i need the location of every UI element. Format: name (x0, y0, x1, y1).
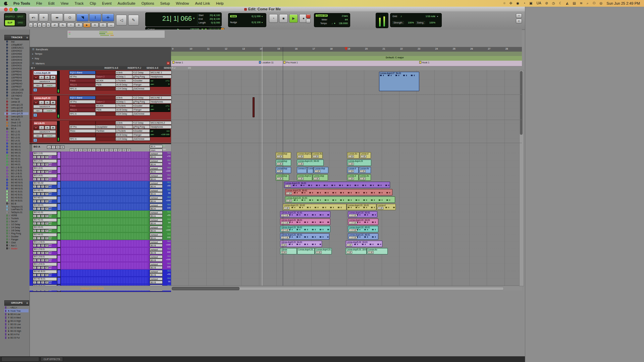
clip-gain-badge[interactable]: 0 dB (360, 177, 366, 180)
clip-leesa-du[interactable]: Leesa.du0 dB (347, 152, 359, 159)
menu-item-event[interactable]: Event (99, 0, 114, 7)
insert-slot-a[interactable] (69, 121, 96, 125)
sidebar-track-bg-h2-01[interactable]: ⊦BG H2.01 (4, 157, 29, 160)
track-name[interactable]: BG H4.01 (33, 233, 57, 237)
solo-button[interactable]: S (41, 192, 45, 195)
mute-button[interactable]: M (50, 126, 56, 130)
sidebar-track-bg-h3-b-01[interactable]: ⊦BG H3 B.01 (4, 196, 29, 199)
track-name[interactable]: BG M2 B.01 (33, 277, 57, 281)
insert-slot-b[interactable]: AT Pro (69, 100, 96, 104)
insert-slot-f[interactable] (95, 71, 116, 74)
automation-mode-selector[interactable]: read ▾ (43, 134, 56, 138)
key-ruler[interactable]: Default: C major (171, 56, 522, 61)
clip-leesa-dup[interactable]: Leesa.dup0 dB (276, 174, 289, 181)
clip-gain-badge[interactable]: 0 dB (368, 251, 374, 254)
tracks-panel-header[interactable]: TRACKS ◉ (4, 35, 29, 40)
menu-item-pro-tools[interactable]: Pro Tools (10, 0, 33, 7)
track-name[interactable]: BG L3 B.01 (33, 255, 57, 259)
clip-leesa-dup4-23-30-01[interactable]: Leesa.dup4.23_30-010 dB (285, 189, 392, 195)
wifi-icon[interactable]: ≋ (580, 1, 583, 5)
io-input-selector[interactable]: noinput (150, 255, 163, 258)
tempo-value[interactable]: 136.0000 (336, 22, 348, 24)
sidebar-track-130hokh3[interactable]: ⊦130HOKH3 (4, 58, 29, 61)
clip-gain-badge[interactable]: 0 dB (315, 170, 320, 173)
record-enable-button[interactable]: o (33, 156, 37, 159)
clip-leesa-du[interactable]: Leesa.du0 dB (359, 167, 371, 173)
track-name[interactable]: BG L2.01 (33, 159, 57, 163)
solo-button[interactable]: S (41, 215, 45, 218)
clip-gain-badge[interactable]: +1.5 dB (281, 222, 289, 224)
clip-gain-badge[interactable]: 0 dB (348, 163, 354, 165)
pencil-tool-button[interactable]: ✎ (128, 15, 139, 25)
memory-location-4[interactable]: 4 (42, 23, 46, 27)
solo-button[interactable]: S (45, 126, 50, 130)
toolbar-small-button-2[interactable]: ≡ (67, 23, 74, 27)
horizontal-zoom-out-icon[interactable]: ◂∿ (29, 13, 38, 21)
solo-button[interactable]: S (41, 244, 45, 247)
pan-value[interactable]: 70 (162, 163, 170, 165)
mute-button[interactable]: M (50, 75, 56, 79)
clip-gain-badge[interactable]: 0 dB (285, 185, 291, 187)
io-output-selector[interactable]: BG B (150, 244, 163, 247)
clock-icon[interactable]: ◷ (552, 1, 555, 5)
sidebar-track-bg-l2-b-01[interactable]: ⊦BG L2 B.01 (4, 169, 29, 172)
clip-leesa-dup4-23-38-01[interactable]: Leesa.dup4.23_38-01+1.5 dB (280, 219, 330, 225)
send-slot-g[interactable]: gPing Pong (132, 75, 150, 78)
sidebar-track-bg-l2-01[interactable]: ⊦BG L2.01 (4, 133, 29, 136)
send-slot-d[interactable]: d1/8 Delay (115, 83, 133, 86)
track-name[interactable]: BG H1.01 (33, 211, 57, 215)
track-name[interactable]: Leesa.dup4.28 (33, 71, 57, 75)
record-enable-button[interactable] (306, 14, 311, 18)
send-slot-b[interactable]: bDelay 1 (115, 100, 133, 104)
stop-button[interactable]: ■ (279, 14, 288, 23)
clip-leesa-dup5-23-10-01[interactable]: Leesa.dup5.23_10-010 dB (345, 241, 382, 247)
pan-value[interactable]: 100 (162, 236, 170, 238)
mode-slip-button[interactable]: SLIP (5, 20, 15, 25)
send-slot-d[interactable]: d1/8 Delay (115, 108, 133, 112)
sidebar-track-ad-lib-01[interactable]: ⊦Ad Lib.01 (4, 118, 29, 121)
io-output-selector[interactable]: BG A (150, 236, 163, 240)
input-monitor-button[interactable]: I (37, 251, 41, 254)
input-monitor-button[interactable]: I (37, 259, 41, 262)
sidebar-track-bg-h1-b-01[interactable]: ⊦BG H1 B.01 (4, 190, 29, 193)
io-input-selector[interactable]: noinput (150, 174, 163, 177)
toolbar-small-button-3[interactable]: ⊞ (75, 23, 83, 27)
solo-button[interactable]: S (41, 163, 45, 166)
end-value[interactable]: 20| 4| 100 (205, 18, 220, 20)
insert-slot-d[interactable]: REQ 6 (69, 83, 96, 86)
vol-value[interactable]: -5.3 (162, 211, 170, 213)
sidebar-track-bg-l4-01[interactable]: ⊦BG L4.01 (4, 139, 29, 142)
send-slot-i[interactable]: iFlanger (132, 108, 150, 112)
io-output-selector[interactable]: BG A (150, 170, 163, 173)
sidebar-track-bg-m3-01[interactable]: ⊦BG M3.01 (4, 148, 29, 151)
sidebar-track-130hokd2[interactable]: ⊦130HOKD2 (4, 49, 29, 52)
record-enable-button[interactable]: o (33, 200, 37, 203)
sidebar-track-bg-a[interactable]: ▸BG A (4, 127, 29, 130)
sidebar-track-130preho[interactable]: ⊦130PREHO (4, 82, 29, 85)
clip-gain-badge[interactable]: 0 dB (277, 163, 282, 165)
group-bg-b-high[interactable]: kBG B High (4, 329, 29, 333)
io-output-selector[interactable]: BG B (150, 273, 163, 277)
sidebar-track-doub-1-01[interactable]: ⊦Doub 1.01 (4, 121, 29, 124)
io-input-selector[interactable]: noinput (150, 203, 163, 207)
clip-leesa-dup4-23-32-02[interactable]: Leesa.dup4.23_32-020 dB (283, 204, 346, 210)
sidebar-track-flanger[interactable]: ⇩Flanger (4, 238, 29, 241)
clip-leesa-dup[interactable]: Leesa.dup0 dB (276, 167, 291, 173)
clip-gain-badge[interactable]: 0 dB (281, 244, 287, 246)
strength-value[interactable]: 100% (408, 21, 414, 24)
sidebar-track-bg-l3-b-01[interactable]: ⊦BG L3 B.01 (4, 172, 29, 175)
sidebar-track-130preh4[interactable]: ⊦130PREH4 (4, 79, 29, 82)
group--all-[interactable]: <ALL> (4, 306, 29, 309)
sidebar-track-130preh2[interactable]: ⊦130PREH2 (4, 73, 29, 76)
vol-value[interactable]: +7.1 (165, 105, 169, 107)
toolbar-small-button-1[interactable]: ⇆ (59, 23, 66, 27)
track-name[interactable]: BG H3.01 (33, 226, 57, 229)
apple-menu-icon[interactable] (4, 2, 8, 5)
play-button[interactable]: ▶ (289, 14, 298, 23)
track-name[interactable]: BG M1 B.01 (33, 270, 57, 274)
record-enable-button[interactable]: o (33, 251, 37, 254)
sidebar-track-bg-h3-01[interactable]: ⊦BG H3.01 (4, 160, 29, 163)
box-a-icon[interactable]: ▣ (529, 1, 532, 5)
send-slot-i[interactable]: iFlanger (132, 133, 150, 137)
sidebar-track-lees-cp2-44[interactable]: ⊦Lees.cp2.44 (4, 106, 29, 109)
